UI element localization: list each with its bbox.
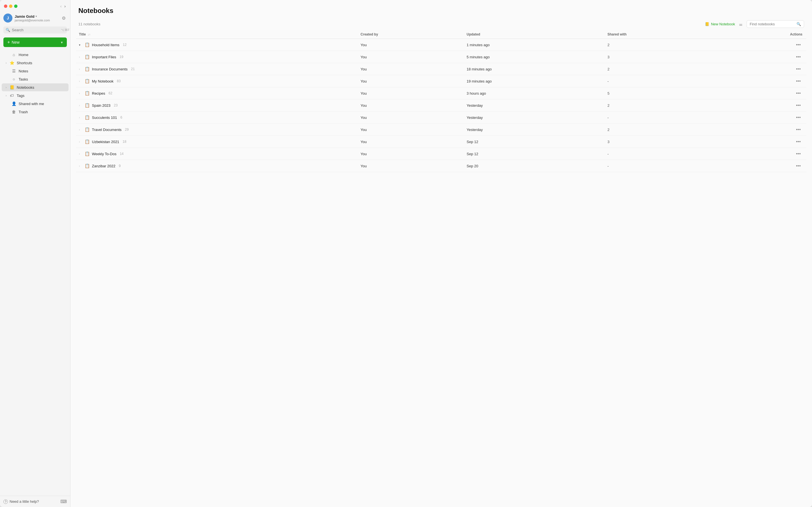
close-button[interactable] xyxy=(4,4,7,8)
notebook-icon: 📋 xyxy=(85,115,90,120)
col-created-by[interactable]: Created by xyxy=(358,30,464,39)
notebook-shared-with: 2 xyxy=(605,63,718,75)
settings-button[interactable]: ⚙ xyxy=(61,14,67,22)
col-updated[interactable]: Updated xyxy=(464,30,605,39)
actions-menu-button[interactable]: ••• xyxy=(794,90,802,96)
actions-menu-button[interactable]: ••• xyxy=(794,114,802,121)
actions-menu-button[interactable]: ••• xyxy=(794,54,802,60)
actions-menu-button[interactable]: ••• xyxy=(794,78,802,84)
notebook-actions-cell: ••• xyxy=(718,75,806,87)
table-row[interactable]: › 📋 Recipes 62 You 3 hours ago 5 ••• xyxy=(76,87,806,100)
notebook-note-count: 29 xyxy=(125,128,129,131)
row-expand-icon[interactable]: › xyxy=(79,140,82,144)
table-row[interactable]: › 📋 Travel Documents 29 You Yesterday 2 … xyxy=(76,124,806,136)
sidebar-item-shared-with-me[interactable]: 👤Shared with me xyxy=(2,100,68,108)
sidebar-item-label: Shortcuts xyxy=(17,61,32,65)
sidebar-item-shortcuts[interactable]: ›⭐Shortcuts xyxy=(2,59,68,67)
user-section[interactable]: J Jamie Gold ▾ jamiegold@evernote.com ⚙ xyxy=(0,11,70,25)
notebook-updated: 3 hours ago xyxy=(464,87,605,100)
row-expand-icon[interactable]: › xyxy=(79,152,82,156)
table-row[interactable]: › 📋 Uzbekistan 2021 18 You Sep 12 3 ••• xyxy=(76,136,806,148)
row-expand-icon[interactable]: › xyxy=(79,165,82,168)
actions-menu-button[interactable]: ••• xyxy=(794,102,802,108)
sidebar-item-notes[interactable]: ☰Notes xyxy=(2,67,68,75)
filter-icon: ⚌ xyxy=(739,22,743,26)
help-button[interactable]: ? Need a little help? xyxy=(3,499,39,504)
filter-button[interactable]: ⚌ xyxy=(738,21,744,27)
col-shared-with[interactable]: Shared with xyxy=(605,30,718,39)
notebook-note-count: 18 xyxy=(123,140,126,144)
notebook-name: Travel Documents xyxy=(92,128,121,132)
table-row[interactable]: › 📋 Spain 2023 23 You Yesterday 2 ••• xyxy=(76,100,806,112)
table-row[interactable]: › 📋 My Notebook 83 You 19 minutes ago - … xyxy=(76,75,806,87)
notebook-name: Insurance Documents xyxy=(92,67,128,71)
notebook-shared-with: 3 xyxy=(605,51,718,63)
sidebar-item-tasks[interactable]: ○Tasks xyxy=(2,75,68,83)
row-expand-icon[interactable]: › xyxy=(79,92,82,95)
actions-menu-button[interactable]: ••• xyxy=(794,126,802,133)
back-button[interactable]: ‹ xyxy=(60,4,62,8)
notebook-note-count: 12 xyxy=(123,43,126,47)
notebook-actions-cell: ••• xyxy=(718,112,806,124)
chevron-icon: › xyxy=(6,94,6,97)
notebook-name: Important Files xyxy=(92,55,116,59)
actions-menu-button[interactable]: ••• xyxy=(794,138,802,145)
notebook-title-cell: › 📋 Travel Documents 29 xyxy=(76,124,358,136)
notebook-updated: 5 minutes ago xyxy=(464,51,605,63)
notebook-shared-with: - xyxy=(605,160,718,172)
fullscreen-button[interactable] xyxy=(14,4,17,8)
toolbar: 11 notebooks 📒 New Notebook ⚌ 🔍 xyxy=(70,18,812,30)
notebook-created-by: You xyxy=(358,160,464,172)
sidebar-item-notebooks[interactable]: ›📒Notebooks xyxy=(2,83,68,91)
row-expand-icon[interactable]: › xyxy=(79,116,82,119)
notebook-title-cell: › 📋 Zanzibar 2022 9 xyxy=(76,160,358,172)
find-notebooks-container[interactable]: 🔍 xyxy=(747,20,804,28)
row-expand-icon[interactable]: › xyxy=(79,80,82,83)
table-row[interactable]: ▾ 📋 Household Items 12 You 1 minutes ago… xyxy=(76,39,806,51)
actions-menu-button[interactable]: ••• xyxy=(794,66,802,72)
sidebar-item-label: Trash xyxy=(18,110,28,114)
notebook-title-cell: › 📋 My Notebook 83 xyxy=(76,75,358,87)
table-row[interactable]: › 📋 Zanzibar 2022 9 You Sep 20 - ••• xyxy=(76,160,806,172)
row-expand-icon[interactable]: › xyxy=(79,68,82,71)
notebook-shared-with: 2 xyxy=(605,124,718,136)
sidebar-item-trash[interactable]: 🗑Trash xyxy=(2,108,68,116)
new-button[interactable]: + New ▾ xyxy=(3,38,67,47)
search-input[interactable] xyxy=(12,28,59,32)
notebook-note-count: 9 xyxy=(119,164,121,168)
notebook-title-cell: › 📋 Important Files 19 xyxy=(76,51,358,63)
notebook-updated: 1 minutes ago xyxy=(464,39,605,51)
notebook-title-cell: › 📋 Recipes 62 xyxy=(76,87,358,100)
trash-icon: 🗑 xyxy=(11,110,16,114)
sidebar-item-label: Tags xyxy=(17,94,24,98)
notebook-shared-with: - xyxy=(605,112,718,124)
search-bar[interactable]: 🔍 ⌥⌘F xyxy=(3,26,67,34)
table-row[interactable]: › 📋 Succulents 101 6 You Yesterday - ••• xyxy=(76,112,806,124)
table-row[interactable]: › 📋 Insurance Documents 21 You 18 minute… xyxy=(76,63,806,75)
notebook-note-count: 23 xyxy=(114,103,117,107)
notebook-shared-with: 5 xyxy=(605,87,718,100)
sidebar-item-home[interactable]: ⌂Home xyxy=(2,51,68,59)
minimize-button[interactable] xyxy=(9,4,12,8)
row-expand-icon[interactable]: › xyxy=(79,55,82,59)
sort-icon: ↓↑ xyxy=(88,33,91,36)
row-expand-icon[interactable]: › xyxy=(79,128,82,131)
actions-menu-button[interactable]: ••• xyxy=(794,163,802,169)
col-title[interactable]: Title ↓↑ xyxy=(76,30,358,39)
row-expand-icon[interactable]: › xyxy=(79,104,82,107)
notebook-title-cell: › 📋 Spain 2023 23 xyxy=(76,100,358,112)
row-expand-icon[interactable]: ▾ xyxy=(79,43,82,47)
notebook-shared-with: - xyxy=(605,75,718,87)
forward-button[interactable]: › xyxy=(64,4,66,8)
sidebar-item-tags[interactable]: ›🏷Tags xyxy=(2,92,68,100)
table-row[interactable]: › 📋 Important Files 19 You 5 minutes ago… xyxy=(76,51,806,63)
find-notebooks-input[interactable] xyxy=(750,22,795,26)
notebook-actions-cell: ••• xyxy=(718,87,806,100)
keyboard-shortcut-button[interactable]: ⌨ xyxy=(60,499,67,504)
actions-menu-button[interactable]: ••• xyxy=(794,42,802,48)
notebook-title-cell: › 📋 Weekly To-Dos 14 xyxy=(76,148,358,160)
actions-menu-button[interactable]: ••• xyxy=(794,151,802,157)
new-notebook-button[interactable]: 📒 New Notebook xyxy=(705,22,735,26)
notebook-updated: 19 minutes ago xyxy=(464,75,605,87)
table-row[interactable]: › 📋 Weekly To-Dos 14 You Sep 12 - ••• xyxy=(76,148,806,160)
